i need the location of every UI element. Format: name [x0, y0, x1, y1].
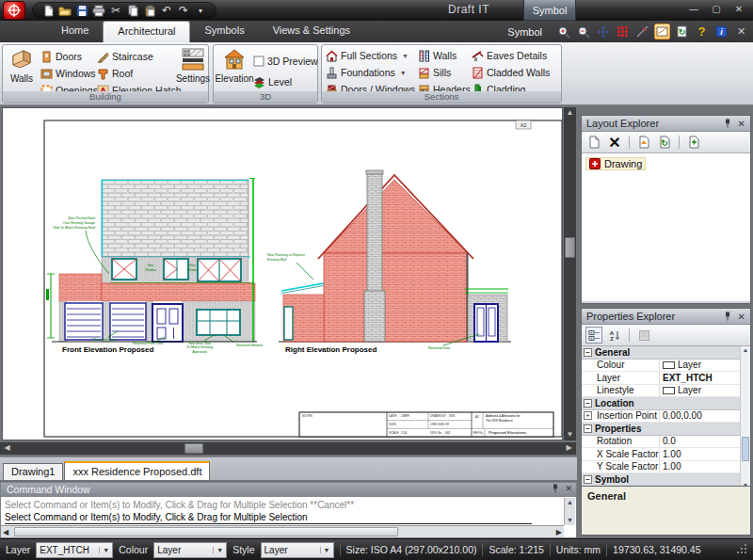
command-horizontal-scrollbar[interactable]: ◀ ▶	[1, 525, 564, 537]
drawing-view[interactable]: A2	[3, 108, 562, 440]
property-colour[interactable]: ColourLayer	[582, 360, 750, 373]
tab-views-settings[interactable]: Views & Settings	[259, 21, 364, 42]
qat-customize-icon[interactable]: ▾	[193, 3, 208, 18]
pin-icon[interactable]	[724, 312, 731, 321]
style-combobox[interactable]: Layer▼	[261, 542, 334, 558]
pin-icon[interactable]	[552, 484, 559, 493]
category-symbol[interactable]: −Symbol	[582, 473, 750, 487]
drawing-canvas[interactable]: A2	[2, 107, 563, 440]
pan-icon[interactable]	[595, 24, 611, 40]
new-layout-icon[interactable]	[585, 134, 602, 151]
sort-az-icon[interactable]: AZ	[606, 327, 623, 344]
staircase-button[interactable]: Staircase	[97, 49, 153, 64]
command-vertical-scrollbar[interactable]: ▲ ▼	[564, 498, 575, 525]
category-location[interactable]: −Location	[582, 397, 750, 410]
print-icon[interactable]	[91, 3, 106, 18]
resize-grip[interactable]	[736, 543, 747, 556]
redo-icon[interactable]: ↷	[176, 3, 191, 18]
close-icon[interactable]: ✕	[738, 119, 745, 129]
settings-button[interactable]: Settings	[176, 47, 210, 92]
symbol-editor-icon[interactable]	[654, 24, 670, 40]
layout-item-drawing[interactable]: Drawing	[585, 157, 646, 170]
property-linestyle[interactable]: LinestyleLayer	[582, 385, 750, 398]
scroll-right-icon[interactable]: ▶	[556, 528, 562, 536]
canvas-vertical-scrollbar[interactable]: ▲ ▼	[564, 107, 576, 440]
scroll-left-icon[interactable]: ◀	[1, 442, 13, 454]
cladded-walls-button[interactable]: Cladded Walls	[472, 65, 550, 80]
property-x-scale[interactable]: X Scale Factor1.00	[582, 448, 750, 461]
sills-button[interactable]: Sills	[418, 65, 451, 80]
3d-preview-toggle[interactable]: 3D Preview	[253, 54, 318, 69]
collapse-icon[interactable]: −	[584, 399, 592, 408]
grid-icon[interactable]	[615, 24, 631, 40]
property-rotation[interactable]: Rotation0.0	[582, 436, 750, 449]
scroll-right-icon[interactable]: ▶	[563, 442, 575, 454]
close-panel-icon[interactable]: ✕	[733, 24, 749, 40]
doc-tab-residence[interactable]: xxx Residence Proposed.dft	[64, 461, 210, 480]
contextual-tab-group[interactable]: Symbol	[523, 0, 576, 21]
scroll-up-icon[interactable]: ▲	[741, 346, 750, 353]
refresh-layout-icon[interactable]: ↻	[656, 134, 673, 151]
pin-icon[interactable]	[724, 119, 731, 128]
layer-combobox[interactable]: EXT_HTCH▼	[36, 542, 113, 558]
undo-icon[interactable]: ↶	[159, 3, 174, 18]
cut-icon[interactable]: ✂	[108, 3, 123, 18]
colour-combobox[interactable]: Layer▼	[153, 542, 227, 558]
copy-icon[interactable]	[125, 3, 140, 18]
doc-tab-drawing1[interactable]: Drawing1	[3, 463, 63, 480]
add-layout-icon[interactable]	[685, 134, 702, 151]
minimize-button[interactable]: —	[685, 3, 702, 16]
walls-button[interactable]: Walls	[5, 47, 39, 92]
draw-line-icon[interactable]	[634, 24, 650, 40]
import-layout-icon[interactable]	[635, 134, 652, 151]
scroll-left-icon[interactable]: ◀	[3, 528, 8, 536]
foundations-button[interactable]: Foundations▼	[326, 65, 407, 80]
save-icon[interactable]	[74, 3, 89, 18]
scroll-up-icon[interactable]: ▲	[565, 498, 575, 506]
close-button[interactable]: ✕	[730, 3, 747, 16]
new-icon[interactable]	[40, 3, 56, 18]
maximize-button[interactable]: ▢	[708, 3, 725, 16]
property-layer[interactable]: LayerEXT_HTCH	[582, 372, 750, 385]
category-properties[interactable]: −Properties	[582, 423, 750, 436]
paste-icon[interactable]	[142, 3, 157, 18]
section-walls-button[interactable]: Walls	[418, 48, 457, 63]
tab-home[interactable]: Home	[47, 21, 103, 42]
delete-layout-icon[interactable]: ✕	[606, 134, 623, 151]
horizontal-scroll-thumb[interactable]	[184, 443, 203, 454]
collapse-icon[interactable]: −	[584, 475, 592, 484]
close-icon[interactable]: ✕	[565, 484, 572, 493]
windows-button[interactable]: Windows	[40, 66, 96, 81]
close-icon[interactable]: ✕	[738, 312, 745, 322]
category-general[interactable]: −General	[582, 346, 750, 360]
tab-symbols[interactable]: Symbols	[190, 21, 258, 42]
open-icon[interactable]	[57, 3, 72, 18]
tab-symbol-contextual[interactable]: Symbol	[507, 26, 542, 38]
command-hscroll-thumb[interactable]	[14, 527, 398, 536]
scroll-down-icon[interactable]: ▼	[564, 429, 576, 440]
scroll-down-icon[interactable]: ▼	[565, 516, 575, 524]
collapse-icon[interactable]: −	[584, 348, 592, 357]
property-y-scale[interactable]: Y Scale Factor1.00	[582, 461, 750, 474]
application-menu-button[interactable]	[3, 1, 25, 20]
info-icon[interactable]: i	[713, 24, 729, 40]
vertical-scroll-thum[interactable]	[565, 237, 575, 258]
zoom-in-icon[interactable]	[555, 24, 571, 40]
level-button[interactable]: Level	[253, 74, 292, 89]
doors-button[interactable]: Doors	[40, 49, 82, 64]
refresh-icon[interactable]: ↻	[674, 24, 690, 40]
tab-architectural[interactable]: Architectural	[103, 21, 190, 42]
property-grid-scrollbar[interactable]: ▲ ▼	[740, 346, 750, 488]
expand-icon[interactable]: +	[584, 411, 592, 420]
canvas-horizontal-scrollbar[interactable]: ◀ ▶	[0, 442, 576, 455]
help-icon[interactable]: ?	[694, 24, 710, 40]
scroll-up-icon[interactable]: ▲	[564, 107, 576, 119]
grid-scroll-thumb[interactable]	[742, 437, 749, 461]
roof-button[interactable]: Roof	[97, 66, 133, 81]
categorized-view-icon[interactable]: ++	[585, 327, 602, 344]
eaves-details-button[interactable]: Eaves Details	[472, 48, 547, 63]
collapse-icon[interactable]: −	[584, 424, 592, 433]
property-insertion-point[interactable]: +Insertion Point0.00,0.00	[582, 410, 750, 424]
elevation-button[interactable]: Elevation	[217, 47, 251, 92]
zoom-out-icon[interactable]	[575, 24, 591, 40]
